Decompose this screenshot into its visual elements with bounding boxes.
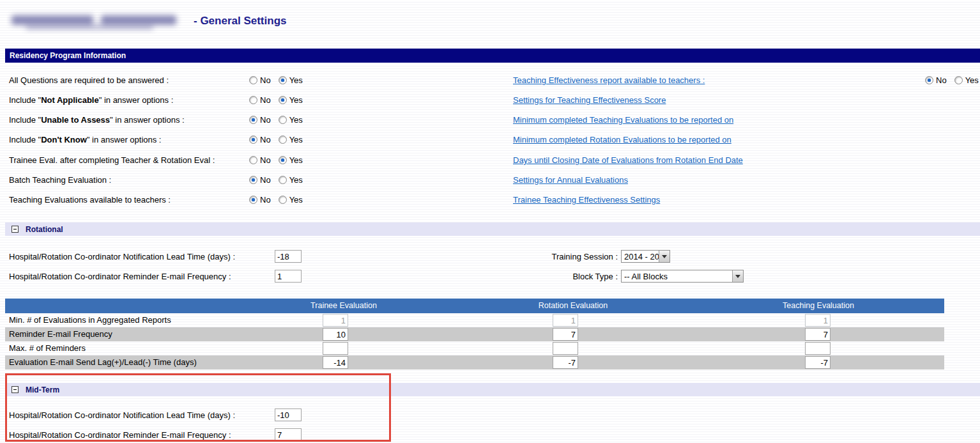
setting-label: Trainee Eval. after completing Teacher &… bbox=[9, 155, 215, 165]
radio-no-label: No bbox=[260, 155, 271, 165]
link-teaching-effectiveness-report[interactable]: Teaching Effectiveness report available … bbox=[513, 75, 705, 85]
setting-label: All Questions are required to be answere… bbox=[9, 75, 169, 85]
cell-send-lag-rotation[interactable] bbox=[553, 356, 578, 369]
radio-yes[interactable] bbox=[279, 136, 287, 144]
section-title: Rotational bbox=[26, 225, 63, 234]
field-label-reminder-email-frequency: Hospital/Rotation Co-ordinator Reminder … bbox=[9, 272, 231, 281]
cell-reminder-frequency-trainee[interactable] bbox=[323, 328, 348, 341]
radio-yes[interactable] bbox=[279, 176, 287, 184]
radio-no-label: No bbox=[260, 95, 271, 105]
cell-min-evals-trainee bbox=[323, 314, 348, 327]
input-rotational-reminder-email-frequency[interactable] bbox=[275, 270, 302, 283]
cell-reminder-frequency-rotation[interactable] bbox=[553, 328, 578, 341]
radio-yes[interactable] bbox=[279, 196, 287, 204]
radio-no-label: No bbox=[260, 175, 271, 185]
radio-no-label: No bbox=[260, 195, 271, 205]
row-label: Evaluation E-mail Send Lag(+)/Lead(-) Ti… bbox=[9, 357, 197, 367]
radio-yes-label: Yes bbox=[289, 195, 303, 205]
radio-no[interactable] bbox=[249, 176, 257, 184]
setting-label: Include "Don't Know" in answer options : bbox=[9, 135, 161, 144]
radio-no[interactable] bbox=[249, 156, 257, 164]
cell-min-evals-teaching bbox=[805, 314, 831, 327]
radio-yes-label: Yes bbox=[289, 95, 303, 105]
radio-yes[interactable] bbox=[279, 76, 287, 84]
radio-no[interactable] bbox=[249, 116, 257, 124]
column-header-trainee-evaluation: Trainee Evaluation bbox=[273, 301, 414, 310]
page-title: - General Settings bbox=[194, 15, 286, 27]
block-type-value: -- All Blocks bbox=[622, 272, 732, 281]
section-bar-mid-term: Mid-Term bbox=[5, 383, 980, 396]
cell-max-reminders-teaching[interactable] bbox=[805, 342, 831, 355]
link-min-rotation-evaluations[interactable]: Minimum completed Rotation Evaluations t… bbox=[513, 135, 731, 144]
setting-label: Batch Teaching Evaluation : bbox=[9, 175, 111, 185]
collapse-icon[interactable] bbox=[11, 386, 19, 393]
cell-max-reminders-rotation[interactable] bbox=[553, 342, 578, 355]
setting-label: Include "Unable to Assess" in answer opt… bbox=[9, 115, 185, 125]
input-midterm-reminder-email-frequency[interactable] bbox=[275, 428, 302, 441]
radio-no[interactable] bbox=[249, 136, 257, 144]
radio-no[interactable] bbox=[249, 76, 257, 84]
radio-group-include-dont-know: No Yes bbox=[249, 135, 308, 144]
table-row: Reminder E-mail Frequency bbox=[5, 327, 944, 341]
link-days-until-closing[interactable]: Days until Closing Date of Evaluations f… bbox=[513, 155, 743, 165]
section-title: Mid-Term bbox=[26, 385, 59, 394]
link-trainee-teaching-effectiveness[interactable]: Trainee Teaching Effectiveness Settings bbox=[513, 195, 660, 205]
radio-no-label: No bbox=[260, 75, 271, 85]
row-label: Max. # of Reminders bbox=[9, 343, 86, 353]
radio-yes-label: Yes bbox=[965, 75, 979, 85]
field-label-midterm-notification-lead-time: Hospital/Rotation Co-ordinator Notificat… bbox=[9, 410, 235, 420]
radio-yes[interactable] bbox=[279, 156, 287, 164]
chevron-down-icon[interactable] bbox=[732, 270, 743, 282]
radio-group-teaching-effectiveness-report: No Yes bbox=[925, 75, 980, 85]
radio-group-all-questions-required: No Yes bbox=[249, 75, 308, 85]
radio-yes[interactable] bbox=[279, 96, 287, 104]
column-header-teaching-evaluation: Teaching Evaluation bbox=[748, 301, 889, 310]
cell-max-reminders-trainee[interactable] bbox=[323, 342, 348, 355]
section-bar-rotational: Rotational bbox=[5, 222, 980, 236]
block-type-select[interactable]: -- All Blocks bbox=[621, 270, 744, 283]
cell-send-lag-teaching[interactable] bbox=[805, 356, 831, 369]
column-header-rotation-evaluation: Rotation Evaluation bbox=[503, 301, 643, 310]
setting-label: Teaching Evaluations available to teache… bbox=[9, 195, 171, 205]
radio-group-teaching-evals-available: No Yes bbox=[249, 195, 308, 205]
radio-no[interactable] bbox=[925, 76, 933, 84]
redacted-program-name bbox=[6, 8, 189, 35]
radio-yes-label: Yes bbox=[289, 155, 303, 165]
collapse-icon[interactable] bbox=[11, 226, 19, 233]
radio-yes[interactable] bbox=[279, 116, 287, 124]
link-min-teaching-evaluations[interactable]: Minimum completed Teaching Evaluations t… bbox=[513, 115, 733, 125]
section-header-residency-program-information: Residency Program Information bbox=[5, 49, 980, 63]
table-header: Trainee Evaluation Rotation Evaluation T… bbox=[5, 299, 944, 313]
radio-no-label: No bbox=[260, 135, 271, 144]
radio-group-batch-teaching-evaluation: No Yes bbox=[249, 175, 308, 185]
cell-min-evals-rotation bbox=[553, 314, 578, 327]
radio-group-include-unable-to-assess: No Yes bbox=[249, 115, 308, 125]
table-row: Max. # of Reminders bbox=[5, 341, 944, 355]
radio-no-label: No bbox=[260, 115, 271, 125]
radio-no[interactable] bbox=[249, 96, 257, 104]
radio-group-include-not-applicable: No Yes bbox=[249, 95, 308, 105]
cell-reminder-frequency-teaching[interactable] bbox=[805, 328, 831, 341]
cell-send-lag-trainee[interactable] bbox=[323, 356, 348, 369]
row-label: Min. # of Evaluations in Aggregated Repo… bbox=[9, 315, 171, 325]
setting-label: Include "Not Applicable" in answer optio… bbox=[9, 95, 173, 105]
radio-yes[interactable] bbox=[954, 76, 963, 84]
radio-yes-label: Yes bbox=[289, 175, 303, 185]
table-row: Evaluation E-mail Send Lag(+)/Lead(-) Ti… bbox=[5, 355, 944, 369]
field-label-midterm-reminder-email-frequency: Hospital/Rotation Co-ordinator Reminder … bbox=[9, 430, 231, 440]
input-rotational-notification-lead-time[interactable] bbox=[275, 250, 302, 263]
link-teaching-effectiveness-score[interactable]: Settings for Teaching Effectiveness Scor… bbox=[513, 95, 666, 105]
radio-yes-label: Yes bbox=[289, 75, 303, 85]
radio-yes-label: Yes bbox=[289, 135, 303, 144]
training-session-select[interactable]: 2014 - 2015 bbox=[621, 250, 670, 263]
block-type-label: Block Type : bbox=[447, 272, 618, 281]
row-label: Reminder E-mail Frequency bbox=[9, 329, 112, 339]
radio-no[interactable] bbox=[249, 196, 257, 204]
chevron-down-icon[interactable] bbox=[659, 251, 670, 262]
training-session-label: Training Session : bbox=[447, 252, 618, 261]
link-annual-evaluations[interactable]: Settings for Annual Evaluations bbox=[513, 175, 628, 185]
field-label-notification-lead-time: Hospital/Rotation Co-ordinator Notificat… bbox=[9, 252, 235, 261]
radio-group-trainee-eval-after-completing: No Yes bbox=[249, 155, 308, 165]
radio-yes-label: Yes bbox=[289, 115, 303, 125]
input-midterm-notification-lead-time[interactable] bbox=[275, 408, 302, 421]
